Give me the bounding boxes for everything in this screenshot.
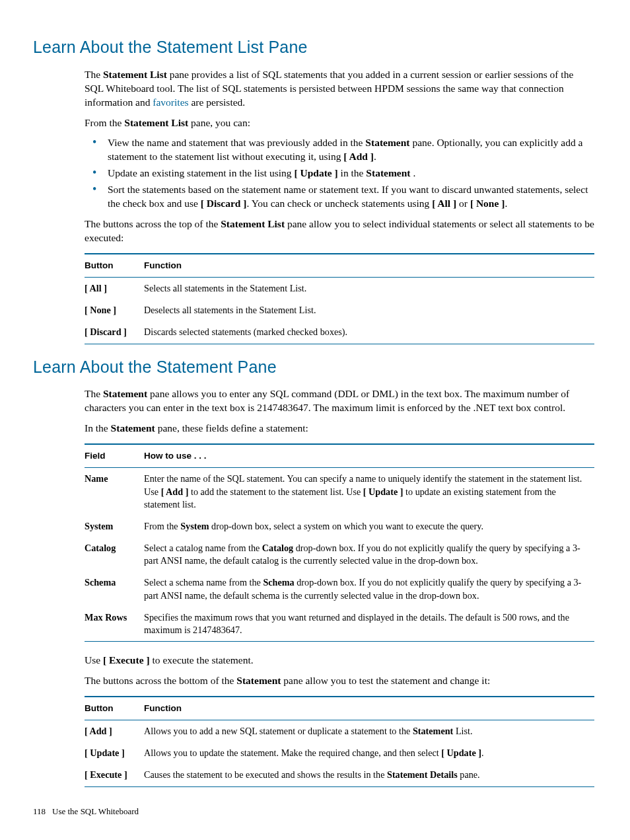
text: From the: [144, 521, 180, 531]
section2-p4: The buttons across the bottom of the Sta…: [85, 674, 594, 688]
section-heading-statement-pane: Learn About the Statement Pane: [33, 356, 597, 379]
table-statement-buttons: Button Function [ Add ] Allows you to ad…: [85, 696, 594, 787]
table-cell-button: [ Add ]: [85, 720, 144, 743]
text-bold: [ Update ]: [294, 167, 337, 178]
table-row: [ Update ] Allows you to update the stat…: [85, 742, 594, 764]
text: drop-down box, select a system on which …: [209, 521, 484, 531]
table-cell-function: Selects all statements in the Statement …: [144, 278, 594, 300]
table-row: [ Discard ] Discards selected statements…: [85, 321, 594, 344]
section1-p3: The buttons across the top of the Statem…: [85, 217, 594, 245]
text: From the: [85, 117, 124, 128]
table-cell-function: Discards selected statements (marked che…: [144, 321, 594, 344]
text: Allows you to update the statement. Make…: [144, 747, 441, 758]
text: List.: [453, 726, 472, 736]
text: Select a catalog name from the: [144, 543, 262, 553]
text-bold: [ Update ]: [363, 486, 403, 497]
section1-bullet-list: View the name and statement that was pre…: [85, 136, 594, 211]
table-row: System From the System drop-down box, se…: [85, 515, 594, 537]
table-row: Max Rows Specifies the maximum rows that…: [85, 607, 594, 642]
table-cell-button: [ None ]: [85, 299, 144, 321]
section2-content: The Statement pane allows you to enter a…: [85, 387, 594, 786]
text-bold: Statement: [366, 167, 410, 178]
table-header-function: Function: [144, 254, 594, 278]
text-bold: [ Add ]: [343, 151, 374, 162]
text-bold: Statement: [365, 137, 409, 148]
text: The: [85, 69, 103, 80]
text: View the name and statement that was pre…: [108, 137, 365, 148]
table-row: [ Add ] Allows you to add a new SQL stat…: [85, 720, 594, 743]
list-item: Update an existing statement in the list…: [85, 167, 594, 180]
section1-content: The Statement List pane provides a list …: [85, 68, 594, 344]
text: to add the statement to the statement li…: [188, 486, 363, 497]
list-item: Sort the statements based on the stateme…: [85, 183, 594, 211]
section1-p1: The Statement List pane provides a list …: [85, 68, 594, 110]
text: .: [411, 167, 416, 178]
table-cell-field: Max Rows: [85, 607, 144, 642]
table-header-button: Button: [85, 697, 144, 720]
text-bold: Statement: [413, 726, 453, 736]
text-bold: [ Update ]: [441, 747, 481, 758]
table-cell-function: Causes the statement to be executed and …: [144, 764, 594, 786]
table-cell-field: Name: [85, 468, 144, 515]
text: Allows you to add a new SQL statement or…: [144, 726, 413, 736]
text-bold: [ All ]: [432, 198, 456, 209]
page-footer: 118Use the SQL Whiteboard: [33, 806, 597, 818]
table-header-field: Field: [85, 444, 144, 468]
footer-title: Use the SQL Whiteboard: [52, 806, 139, 816]
text: pane, these fields define a statement:: [155, 422, 308, 434]
text-bold: [ Discard ]: [201, 198, 247, 209]
table-cell-desc: Select a catalog name from the Catalog d…: [144, 537, 594, 572]
text-bold: Statement List: [103, 69, 167, 80]
text: The buttons across the bottom of the: [85, 675, 236, 686]
link-favorites[interactable]: favorites: [153, 96, 188, 108]
table-cell-button: [ Update ]: [85, 742, 144, 764]
table-cell-function: Allows you to update the statement. Make…: [144, 742, 594, 764]
table-cell-function: Allows you to add a new SQL statement or…: [144, 720, 594, 743]
table-cell-desc: Select a schema name from the Schema dro…: [144, 572, 594, 606]
table-cell-desc: Specifies the maximum rows that you want…: [144, 607, 594, 642]
section-heading-statement-list-pane: Learn About the Statement List Pane: [33, 36, 597, 59]
text: Causes the statement to be executed and …: [144, 769, 387, 780]
table-row: [ None ] Deselects all statements in the…: [85, 299, 594, 321]
table-row: Catalog Select a catalog name from the C…: [85, 537, 594, 572]
text: In the: [85, 422, 111, 434]
text: The: [85, 388, 103, 399]
table-cell-button: [ All ]: [85, 278, 144, 300]
table-cell-button: [ Discard ]: [85, 321, 144, 344]
text: or: [456, 198, 470, 209]
table-header-howto: How to use . . .: [144, 444, 594, 468]
table-header-function: Function: [144, 697, 594, 720]
text: . You can check or uncheck statements us…: [247, 198, 433, 209]
text: The buttons across the top of the: [85, 218, 221, 229]
text-bold: Statement List: [124, 117, 188, 128]
page-number: 118: [33, 806, 46, 816]
table-statement-fields: Field How to use . . . Name Enter the na…: [85, 443, 594, 642]
text: to execute the statement.: [150, 654, 254, 666]
table-cell-desc: Enter the name of the SQL statement. You…: [144, 468, 594, 515]
table-cell-desc: From the System drop-down box, select a …: [144, 515, 594, 537]
text: .: [374, 151, 376, 162]
text-bold: Catalog: [262, 543, 293, 553]
text-bold: Statement Details: [387, 769, 458, 780]
table-row: Name Enter the name of the SQL statement…: [85, 468, 594, 515]
text: in the: [338, 167, 367, 178]
table-row: [ All ] Selects all statements in the St…: [85, 278, 594, 300]
table-row: [ Execute ] Causes the statement to be e…: [85, 764, 594, 786]
text: pane allows you to enter any SQL command…: [85, 388, 569, 413]
text: pane allow you to test the statement and…: [281, 675, 490, 686]
table-cell-field: Schema: [85, 572, 144, 606]
text-bold: Statement: [111, 422, 155, 434]
text: pane.: [458, 769, 480, 780]
text-bold: System: [180, 521, 209, 531]
list-item: View the name and statement that was pre…: [85, 136, 594, 164]
text: .: [505, 198, 507, 209]
text-bold: [ None ]: [470, 198, 505, 209]
text: Select a schema name from the: [144, 577, 263, 588]
text-bold: [ Add ]: [161, 486, 189, 497]
table-cell-field: System: [85, 515, 144, 537]
section2-p2: In the Statement pane, these fields defi…: [85, 422, 594, 436]
text: pane, you can:: [188, 117, 250, 128]
text: Update an existing statement in the list…: [108, 167, 294, 178]
section1-p2: From the Statement List pane, you can:: [85, 116, 594, 130]
text-bold: Schema: [263, 577, 294, 588]
